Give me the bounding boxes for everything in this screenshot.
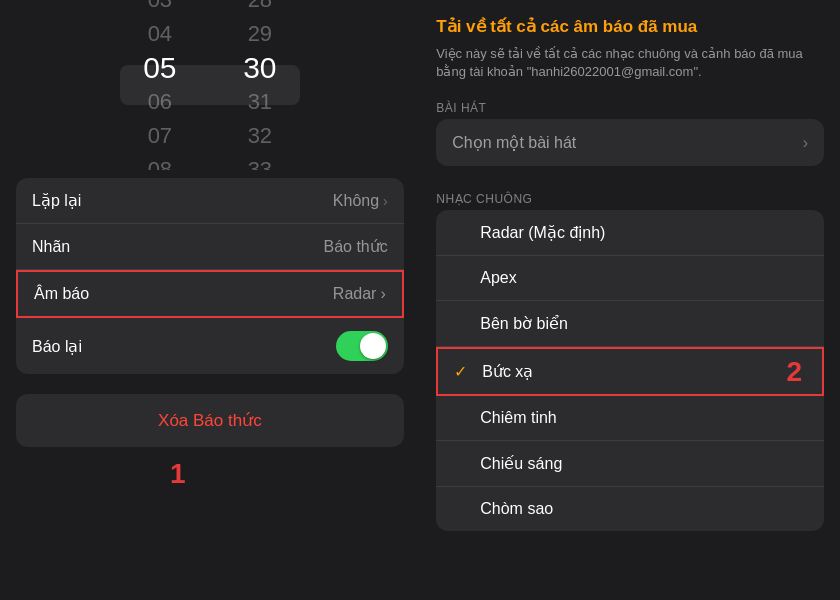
left-panel: 03 04 05 06 07 08 28 29 30 31 32 33 Lặp …: [0, 0, 420, 600]
hour-03: 03: [125, 0, 195, 16]
right-panel: Tải về tất cả các âm báo đã mua Việc này…: [420, 0, 840, 600]
hour-04: 04: [125, 18, 195, 50]
delete-btn-section: Xóa Báo thức: [0, 394, 420, 447]
lap-lai-label: Lặp lại: [32, 191, 81, 210]
bao-lai-label: Báo lại: [32, 337, 82, 356]
radar-label: Radar (Mặc định): [480, 223, 605, 242]
hour-08: 08: [125, 154, 195, 170]
am-bao-row[interactable]: Âm báo Radar ›: [16, 270, 404, 318]
bai-hat-chevron: ›: [803, 134, 808, 152]
nhac-chuong-section-header: NHẠC CHUÔNG: [420, 180, 840, 210]
lap-lai-row[interactable]: Lặp lại Không ›: [16, 178, 404, 224]
min-30: 30: [225, 52, 295, 84]
time-picker[interactable]: 03 04 05 06 07 08 28 29 30 31 32 33: [0, 0, 420, 170]
lap-lai-value: Không ›: [333, 192, 388, 210]
buc-xa-check: ✓: [454, 362, 474, 381]
nhan-label: Nhãn: [32, 238, 70, 256]
bao-lai-row[interactable]: Báo lại: [16, 318, 404, 374]
chieu-sang-label: Chiếu sáng: [480, 454, 562, 473]
nhan-row[interactable]: Nhãn Báo thức: [16, 224, 404, 270]
settings-section: Lặp lại Không › Nhãn Báo thức Âm báo Rad…: [0, 178, 420, 384]
toggle-thumb: [360, 333, 386, 359]
hour-06: 06: [125, 86, 195, 118]
min-32: 32: [225, 120, 295, 152]
bao-lai-toggle[interactable]: [336, 331, 388, 361]
badge-2: 2: [786, 356, 802, 388]
ringtone-row-chom-sao[interactable]: Chòm sao: [436, 487, 824, 531]
buc-xa-label: Bức xạ: [482, 362, 533, 381]
chom-sao-label: Chòm sao: [480, 500, 553, 518]
am-bao-label: Âm báo: [34, 285, 89, 303]
min-29: 29: [225, 18, 295, 50]
bai-hat-section-header: BÀI HÁT: [420, 89, 840, 119]
badge-1: 1: [170, 458, 186, 490]
right-header: Tải về tất cả các âm báo đã mua Việc này…: [420, 0, 840, 89]
nhac-chuong-card: Radar (Mặc định) Apex Bên bờ biển ✓ Bức …: [436, 210, 824, 531]
hour-column[interactable]: 03 04 05 06 07 08: [125, 0, 195, 170]
delete-alarm-button[interactable]: Xóa Báo thức: [16, 394, 404, 447]
am-bao-value: Radar ›: [333, 285, 386, 303]
download-header-desc: Việc này sẽ tải về tất cả các nhạc chuôn…: [436, 45, 824, 81]
am-bao-chevron: ›: [380, 285, 385, 303]
ringtone-row-apex[interactable]: Apex: [436, 256, 824, 301]
bai-hat-card[interactable]: Chọn một bài hát ›: [436, 119, 824, 166]
hour-05: 05: [125, 52, 195, 84]
ringtone-row-radar[interactable]: Radar (Mặc định): [436, 210, 824, 256]
settings-card: Lặp lại Không › Nhãn Báo thức Âm báo Rad…: [16, 178, 404, 374]
min-28: 28: [225, 0, 295, 16]
minute-column[interactable]: 28 29 30 31 32 33: [225, 0, 295, 170]
apex-label: Apex: [480, 269, 516, 287]
ringtone-row-buc-xa[interactable]: ✓ Bức xạ 2: [436, 347, 824, 396]
hour-07: 07: [125, 120, 195, 152]
ringtone-row-chieu-sang[interactable]: Chiếu sáng: [436, 441, 824, 487]
download-header-title: Tải về tất cả các âm báo đã mua: [436, 16, 824, 37]
min-33: 33: [225, 154, 295, 170]
nhan-value: Báo thức: [323, 237, 387, 256]
min-31: 31: [225, 86, 295, 118]
bai-hat-row[interactable]: Chọn một bài hát ›: [436, 119, 824, 166]
ringtone-row-ben-bo-bien[interactable]: Bên bờ biển: [436, 301, 824, 347]
ben-bo-bien-label: Bên bờ biển: [480, 314, 568, 333]
lap-lai-chevron: ›: [383, 193, 388, 209]
chiem-tinh-label: Chiêm tinh: [480, 409, 556, 427]
bai-hat-label: Chọn một bài hát: [452, 133, 576, 152]
ringtone-row-chiem-tinh[interactable]: Chiêm tinh: [436, 396, 824, 441]
